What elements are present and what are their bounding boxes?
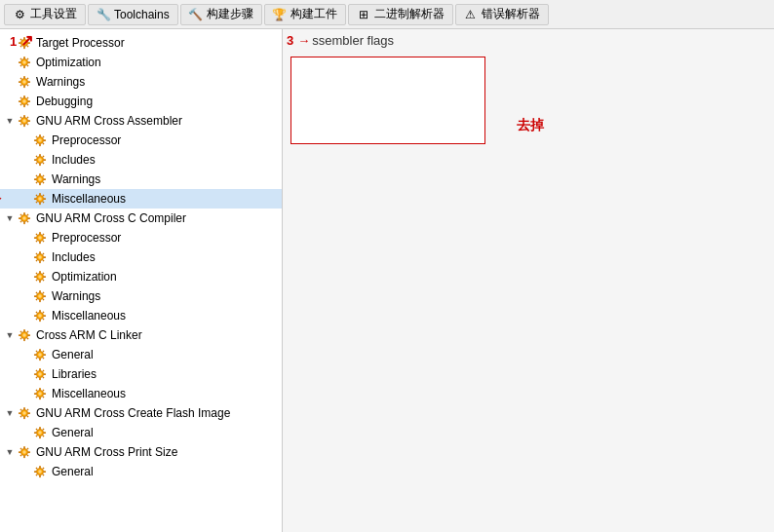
tab-toolchains[interactable]: 🔧 Toolchains: [88, 4, 178, 25]
svg-rect-154: [19, 334, 21, 336]
svg-point-91: [22, 216, 26, 220]
tab-tool-settings[interactable]: ⚙ 工具设置: [4, 4, 86, 25]
expand-icon: [19, 427, 31, 438]
svg-rect-194: [19, 412, 21, 414]
expand-icon: [19, 154, 31, 166]
tab-error-parser-label: 错误解析器: [482, 6, 540, 22]
expand-icon: [19, 251, 31, 263]
svg-rect-75: [44, 178, 47, 180]
svg-rect-162: [39, 349, 41, 352]
svg-rect-113: [39, 261, 41, 264]
expand-icon: [19, 368, 31, 380]
svg-rect-155: [28, 334, 31, 336]
tree-item-label: Miscellaneous: [52, 387, 126, 400]
tree-item-preprocessor-2[interactable]: Preprocessor: [0, 228, 282, 247]
svg-rect-35: [28, 100, 31, 102]
tab-build-tools[interactable]: 🏆 构建工件: [264, 4, 346, 25]
node-gear-icon: [17, 327, 32, 343]
expand-icon: ▼: [4, 329, 16, 341]
tree-item-general-1[interactable]: General: [0, 345, 282, 364]
tab-build-steps[interactable]: 🔨 构建步骤: [180, 4, 262, 25]
svg-rect-65: [44, 159, 47, 161]
svg-rect-43: [23, 125, 25, 128]
svg-rect-202: [39, 427, 41, 430]
tree-item-miscellaneous-1[interactable]: Miscellaneous: [0, 189, 282, 209]
tree-item-label: Optimization: [52, 270, 117, 284]
gear-icon: ⚙: [13, 8, 26, 21]
tree-item-debugging[interactable]: Debugging: [0, 92, 282, 111]
svg-rect-34: [19, 100, 21, 102]
tree-item-miscellaneous-2[interactable]: Miscellaneous: [0, 306, 282, 325]
quchao-label: 去掉: [517, 117, 544, 134]
tree-container: Target Processor Optimization Warnings D…: [0, 33, 282, 481]
main-area: 1 ↗ 2 → Target Processor Optimization: [0, 29, 774, 532]
tree-item-label: Debugging: [36, 95, 93, 108]
tree-item-includes-1[interactable]: Includes: [0, 150, 282, 170]
assembler-flags-box[interactable]: [290, 57, 485, 144]
tree-item-libraries-1[interactable]: Libraries: [0, 364, 282, 384]
svg-point-131: [38, 294, 42, 298]
expand-icon: [19, 310, 31, 322]
tree-item-gnu-arm-cross-print-size[interactable]: ▼ GNU ARM Cross Print Size: [0, 442, 282, 462]
tree-item-gnu-arm-cross-assembler[interactable]: ▼ GNU ARM Cross Assembler: [0, 111, 282, 131]
svg-rect-52: [39, 134, 41, 137]
svg-point-31: [22, 99, 26, 103]
tree-item-miscellaneous-3[interactable]: Miscellaneous: [0, 384, 282, 403]
tree-item-general-2[interactable]: General: [0, 423, 282, 442]
svg-point-71: [38, 177, 42, 181]
expand-icon: [19, 290, 31, 302]
svg-point-61: [38, 158, 42, 162]
tree-item-target-processor[interactable]: Target Processor: [0, 33, 282, 53]
tree-item-label: General: [52, 426, 94, 439]
svg-point-191: [22, 411, 26, 415]
node-gear-icon: [32, 425, 48, 440]
svg-rect-203: [39, 437, 41, 439]
tab-error-parser[interactable]: ⚠ 错误解析器: [455, 4, 549, 25]
tree-item-label: Miscellaneous: [52, 309, 126, 323]
tree-item-warnings-1[interactable]: Warnings: [0, 170, 282, 189]
svg-rect-192: [23, 407, 25, 410]
tree-item-optimization[interactable]: Optimization: [0, 53, 282, 72]
svg-rect-24: [19, 81, 21, 83]
svg-rect-12: [23, 57, 25, 59]
svg-point-51: [38, 138, 42, 142]
tree-item-general-3[interactable]: General: [0, 462, 282, 481]
expand-icon: [19, 466, 31, 477]
svg-rect-32: [23, 95, 25, 98]
svg-rect-45: [28, 120, 31, 122]
tree-item-includes-2[interactable]: Includes: [0, 247, 282, 267]
node-gear-icon: [32, 191, 48, 207]
tree-item-cross-arm-c-linker[interactable]: ▼ Cross ARM C Linker: [0, 325, 282, 345]
tree-item-preprocessor-1[interactable]: Preprocessor: [0, 131, 282, 150]
tab-binary-parser[interactable]: ⊞ 二进制解析器: [348, 4, 453, 25]
tree-item-optimization-2[interactable]: Optimization: [0, 267, 282, 286]
svg-point-111: [38, 255, 42, 259]
svg-rect-222: [39, 466, 41, 469]
svg-rect-112: [39, 251, 41, 254]
tree-item-warnings-2[interactable]: Warnings: [0, 286, 282, 306]
svg-rect-104: [34, 237, 37, 239]
annotation-3: 3 → ssembler flags: [287, 33, 394, 48]
expand-icon: [4, 57, 16, 68]
svg-rect-55: [44, 139, 47, 141]
svg-rect-74: [34, 178, 37, 180]
svg-rect-23: [23, 86, 25, 89]
node-gear-icon: [17, 405, 32, 421]
svg-rect-224: [34, 471, 37, 473]
toolbar: ⚙ 工具设置 🔧 Toolchains 🔨 构建步骤 🏆 构建工件 ⊞ 二进制解…: [0, 0, 774, 29]
svg-rect-53: [39, 144, 41, 147]
tree-item-label: GNU ARM Cross C Compiler: [36, 211, 186, 225]
tree-item-gnu-arm-cross-create-flash-image[interactable]: ▼ GNU ARM Cross Create Flash Image: [0, 403, 282, 423]
tree-item-warnings[interactable]: Warnings: [0, 72, 282, 92]
node-gear-icon: [32, 366, 48, 382]
svg-rect-95: [28, 217, 31, 219]
expand-icon: [19, 349, 31, 361]
expand-icon: [19, 193, 31, 205]
svg-rect-225: [44, 471, 47, 473]
svg-point-201: [38, 431, 42, 435]
svg-rect-84: [34, 198, 37, 200]
tree-item-label: Includes: [52, 250, 96, 264]
tree-item-gnu-arm-cross-c-compiler[interactable]: ▼ GNU ARM Cross C Compiler: [0, 209, 282, 228]
node-gear-icon: [32, 464, 48, 479]
svg-rect-182: [39, 388, 41, 391]
